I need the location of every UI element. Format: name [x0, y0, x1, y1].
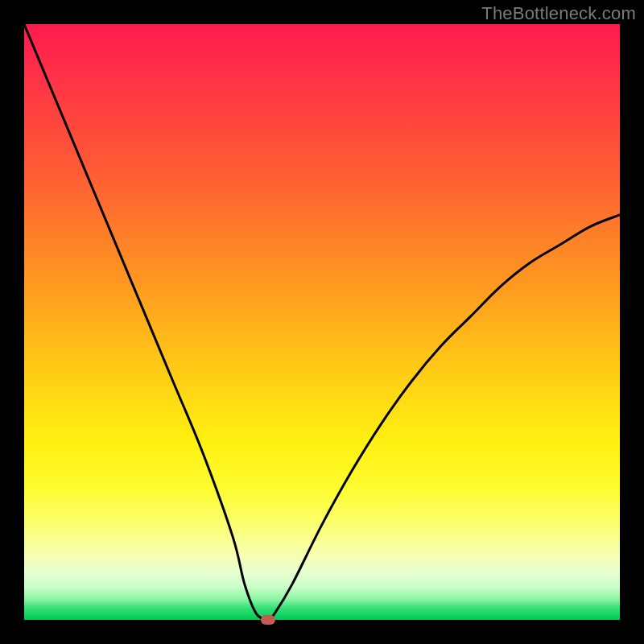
- plot-area: [24, 24, 620, 620]
- min-marker: [261, 615, 275, 625]
- chart-frame: TheBottleneck.com: [0, 0, 644, 644]
- curve-svg: [24, 24, 620, 620]
- bottleneck-curve-path: [24, 24, 620, 620]
- watermark-text: TheBottleneck.com: [481, 3, 636, 24]
